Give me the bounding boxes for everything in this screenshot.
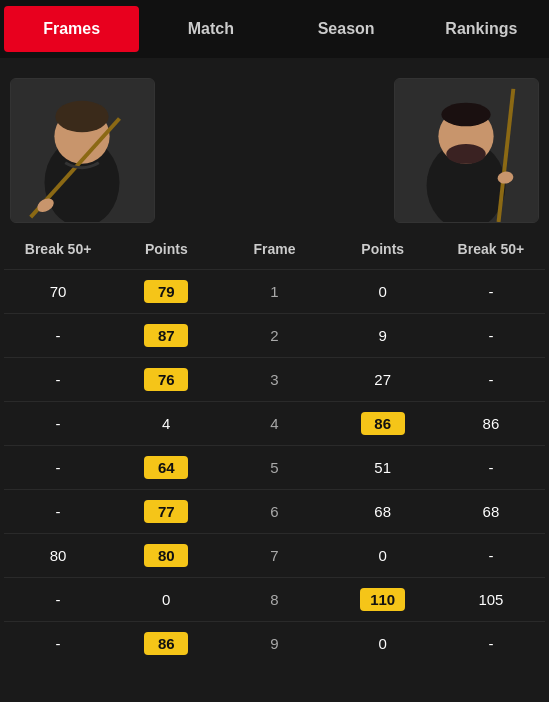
table-row: -8690-: [4, 621, 545, 665]
tab-season[interactable]: Season: [279, 0, 414, 58]
frame-number: 4: [220, 415, 328, 432]
points-left: 76: [112, 368, 220, 391]
points-right: 9: [329, 327, 437, 344]
points-left: 0: [112, 591, 220, 608]
table-row: -7766868: [4, 489, 545, 533]
points-right: 27: [329, 371, 437, 388]
player-left-portrait: [10, 78, 155, 223]
points-right: 0: [329, 547, 437, 564]
points-left: 77: [112, 500, 220, 523]
break50-left: -: [4, 635, 112, 652]
frame-number: 2: [220, 327, 328, 344]
player-right-portrait: [394, 78, 539, 223]
tab-frames[interactable]: Frames: [4, 6, 139, 52]
frame-number: 9: [220, 635, 328, 652]
header-points-right: Points: [329, 241, 437, 257]
break50-left: -: [4, 459, 112, 476]
break50-right: -: [437, 635, 545, 652]
points-right: 51: [329, 459, 437, 476]
points-right: 110: [329, 588, 437, 611]
points-right: 68: [329, 503, 437, 520]
points-right: 86: [329, 412, 437, 435]
points-left: 79: [112, 280, 220, 303]
break50-left: -: [4, 503, 112, 520]
points-right: 0: [329, 635, 437, 652]
break50-left: 80: [4, 547, 112, 564]
break50-left: -: [4, 327, 112, 344]
svg-point-9: [441, 103, 490, 127]
break50-left: 70: [4, 283, 112, 300]
break50-right: -: [437, 371, 545, 388]
points-left: 86: [112, 632, 220, 655]
players-row: [0, 58, 549, 233]
points-left: 4: [112, 415, 220, 432]
break50-right: -: [437, 327, 545, 344]
points-right: 0: [329, 283, 437, 300]
break50-right: 68: [437, 503, 545, 520]
tab-rankings[interactable]: Rankings: [414, 0, 549, 58]
tab-match[interactable]: Match: [143, 0, 278, 58]
tab-bar: Frames Match Season Rankings: [0, 0, 549, 58]
table-row: -8729-: [4, 313, 545, 357]
table-row: -64551-: [4, 445, 545, 489]
points-left: 64: [112, 456, 220, 479]
header-break50-left: Break 50+: [4, 241, 112, 257]
break50-right: 105: [437, 591, 545, 608]
frame-number: 8: [220, 591, 328, 608]
stats-table: Break 50+ Points Frame Points Break 50+ …: [0, 233, 549, 665]
svg-point-3: [55, 101, 108, 133]
header-frame: Frame: [220, 241, 328, 257]
break50-right: 86: [437, 415, 545, 432]
points-left: 80: [112, 544, 220, 567]
frame-number: 3: [220, 371, 328, 388]
frame-number: 6: [220, 503, 328, 520]
table-row: -76327-: [4, 357, 545, 401]
frame-number: 7: [220, 547, 328, 564]
header-break50-right: Break 50+: [437, 241, 545, 257]
points-left: 87: [112, 324, 220, 347]
break50-right: -: [437, 459, 545, 476]
table-row: -448686: [4, 401, 545, 445]
table-row: 808070-: [4, 533, 545, 577]
break50-right: -: [437, 283, 545, 300]
table-row: -08110105: [4, 577, 545, 621]
frame-number: 1: [220, 283, 328, 300]
break50-left: -: [4, 415, 112, 432]
break50-left: -: [4, 591, 112, 608]
svg-point-10: [446, 144, 485, 164]
stats-header: Break 50+ Points Frame Points Break 50+: [4, 233, 545, 269]
break50-left: -: [4, 371, 112, 388]
rows-container: 707910--8729--76327--448686-64551--77668…: [4, 269, 545, 665]
header-points-left: Points: [112, 241, 220, 257]
frame-number: 5: [220, 459, 328, 476]
break50-right: -: [437, 547, 545, 564]
table-row: 707910-: [4, 269, 545, 313]
